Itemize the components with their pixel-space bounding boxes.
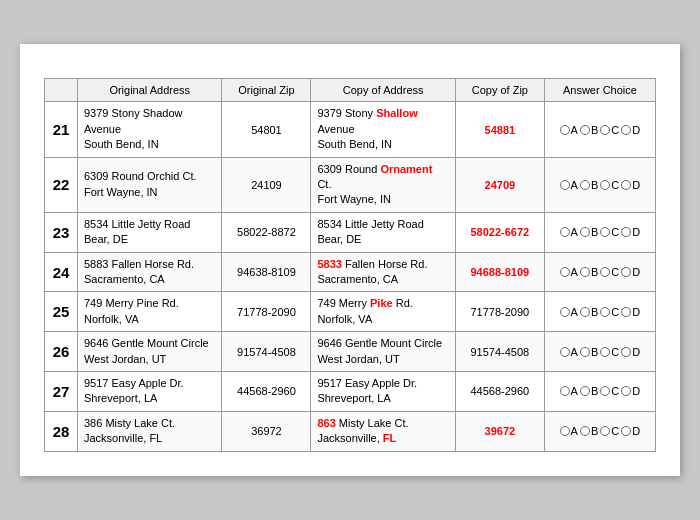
col-header-answer: Answer Choice	[544, 79, 655, 102]
radio-option-a[interactable]: A	[560, 124, 578, 136]
original-zip: 71778-2090	[222, 292, 311, 332]
original-address: 386 Misty Lake Ct. Jacksonville, FL	[77, 411, 222, 451]
original-zip: 54801	[222, 102, 311, 157]
answer-choice[interactable]: ABCD	[544, 371, 655, 411]
radio-option-a[interactable]: A	[560, 226, 578, 238]
copy-address: 8534 Little Jetty RoadBear, DE	[311, 212, 456, 252]
copy-zip: 24709	[455, 157, 544, 212]
answer-choice[interactable]: ABCD	[544, 332, 655, 372]
page: Original Address Original Zip Copy of Ad…	[20, 44, 680, 475]
radio-option-d[interactable]: D	[621, 346, 640, 358]
radio-option-d[interactable]: D	[621, 266, 640, 278]
original-address: 5883 Fallen Horse Rd. Sacramento, CA	[77, 252, 222, 292]
answer-choice[interactable]: ABCD	[544, 157, 655, 212]
answer-choice[interactable]: ABCD	[544, 102, 655, 157]
radio-option-c[interactable]: C	[600, 425, 619, 437]
copy-address: 9379 Stony Shallow AvenueSouth Bend, IN	[311, 102, 456, 157]
answer-choice[interactable]: ABCD	[544, 212, 655, 252]
copy-address: 5833 Fallen Horse Rd.Sacramento, CA	[311, 252, 456, 292]
row-number: 27	[45, 371, 78, 411]
table-row: 219379 Stony Shadow Avenue South Bend, I…	[45, 102, 656, 157]
radio-option-b[interactable]: B	[580, 385, 598, 397]
copy-zip: 44568-2960	[455, 371, 544, 411]
table-row: 226309 Round Orchid Ct. Fort Wayne, IN24…	[45, 157, 656, 212]
original-zip: 91574-4508	[222, 332, 311, 372]
radio-option-a[interactable]: A	[560, 385, 578, 397]
col-header-copy-zip: Copy of Zip	[455, 79, 544, 102]
answer-choice[interactable]: ABCD	[544, 411, 655, 451]
copy-address: 9517 Easy Apple Dr.Shreveport, LA	[311, 371, 456, 411]
radio-option-b[interactable]: B	[580, 306, 598, 318]
copy-zip: 58022-6672	[455, 212, 544, 252]
table-row: 25749 Merry Pine Rd. Norfolk, VA71778-20…	[45, 292, 656, 332]
radio-option-b[interactable]: B	[580, 425, 598, 437]
row-number: 25	[45, 292, 78, 332]
radio-option-a[interactable]: A	[560, 179, 578, 191]
copy-zip: 91574-4508	[455, 332, 544, 372]
row-number: 22	[45, 157, 78, 212]
radio-option-a[interactable]: A	[560, 266, 578, 278]
radio-option-d[interactable]: D	[621, 226, 640, 238]
row-number: 24	[45, 252, 78, 292]
radio-option-b[interactable]: B	[580, 346, 598, 358]
copy-address: 749 Merry Pike Rd.Norfolk, VA	[311, 292, 456, 332]
original-zip: 44568-2960	[222, 371, 311, 411]
radio-option-b[interactable]: B	[580, 226, 598, 238]
radio-option-c[interactable]: C	[600, 179, 619, 191]
copy-zip: 39672	[455, 411, 544, 451]
original-zip: 58022-8872	[222, 212, 311, 252]
original-address: 8534 Little Jetty Road Bear, DE	[77, 212, 222, 252]
col-header-orig-addr: Original Address	[77, 79, 222, 102]
answer-choice[interactable]: ABCD	[544, 292, 655, 332]
original-address: 9517 Easy Apple Dr. Shreveport, LA	[77, 371, 222, 411]
radio-option-c[interactable]: C	[600, 266, 619, 278]
original-address: 6309 Round Orchid Ct. Fort Wayne, IN	[77, 157, 222, 212]
col-header-num	[45, 79, 78, 102]
row-number: 26	[45, 332, 78, 372]
table-row: 238534 Little Jetty Road Bear, DE58022-8…	[45, 212, 656, 252]
radio-option-a[interactable]: A	[560, 425, 578, 437]
radio-option-c[interactable]: C	[600, 226, 619, 238]
copy-zip: 54881	[455, 102, 544, 157]
copy-zip: 94688-8109	[455, 252, 544, 292]
original-zip: 36972	[222, 411, 311, 451]
original-address: 9646 Gentle Mount Circle West Jordan, UT	[77, 332, 222, 372]
radio-option-b[interactable]: B	[580, 266, 598, 278]
col-header-copy-addr: Copy of Address	[311, 79, 456, 102]
radio-option-d[interactable]: D	[621, 179, 640, 191]
radio-option-d[interactable]: D	[621, 306, 640, 318]
table-row: 269646 Gentle Mount Circle West Jordan, …	[45, 332, 656, 372]
radio-option-d[interactable]: D	[621, 385, 640, 397]
original-address: 749 Merry Pine Rd. Norfolk, VA	[77, 292, 222, 332]
radio-option-d[interactable]: D	[621, 124, 640, 136]
row-number: 23	[45, 212, 78, 252]
original-address: 9379 Stony Shadow Avenue South Bend, IN	[77, 102, 222, 157]
row-number: 21	[45, 102, 78, 157]
answer-choice[interactable]: ABCD	[544, 252, 655, 292]
radio-option-a[interactable]: A	[560, 306, 578, 318]
main-table: Original Address Original Zip Copy of Ad…	[44, 78, 656, 451]
radio-option-b[interactable]: B	[580, 179, 598, 191]
col-header-orig-zip: Original Zip	[222, 79, 311, 102]
original-zip: 94638-8109	[222, 252, 311, 292]
copy-address: 6309 Round Ornament Ct.Fort Wayne, IN	[311, 157, 456, 212]
radio-option-d[interactable]: D	[621, 425, 640, 437]
copy-address: 863 Misty Lake Ct.Jacksonville, FL	[311, 411, 456, 451]
copy-zip: 71778-2090	[455, 292, 544, 332]
radio-option-c[interactable]: C	[600, 306, 619, 318]
radio-option-b[interactable]: B	[580, 124, 598, 136]
radio-option-c[interactable]: C	[600, 346, 619, 358]
radio-option-c[interactable]: C	[600, 385, 619, 397]
table-row: 279517 Easy Apple Dr. Shreveport, LA4456…	[45, 371, 656, 411]
table-row: 245883 Fallen Horse Rd. Sacramento, CA94…	[45, 252, 656, 292]
original-zip: 24109	[222, 157, 311, 212]
table-row: 28386 Misty Lake Ct. Jacksonville, FL369…	[45, 411, 656, 451]
radio-option-a[interactable]: A	[560, 346, 578, 358]
radio-option-c[interactable]: C	[600, 124, 619, 136]
copy-address: 9646 Gentle Mount CircleWest Jordan, UT	[311, 332, 456, 372]
row-number: 28	[45, 411, 78, 451]
